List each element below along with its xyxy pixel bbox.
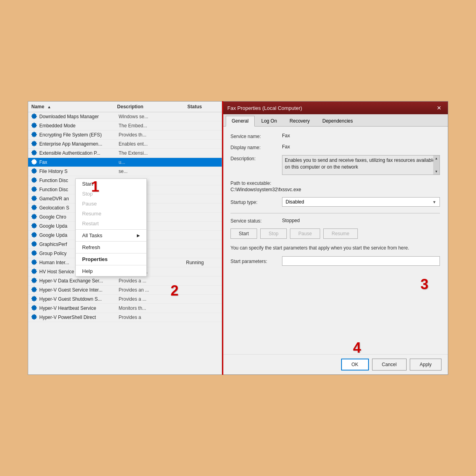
service-description: Provides a: [119, 315, 186, 320]
service-name: Encrypting File System (EFS): [39, 132, 119, 138]
info-text: You can specify the start parameters tha…: [230, 244, 440, 251]
description-label: Description:: [230, 155, 282, 161]
dialog-content: Service name: Fax Display name: Fax Desc…: [223, 127, 448, 354]
service-name: Hyper-V Heartbeat Service: [39, 305, 119, 311]
description-column-header: Description: [117, 104, 187, 109]
service-row[interactable]: Encrypting File System (EFS) Provides th…: [28, 131, 222, 140]
tab-recovery[interactable]: Recovery: [284, 116, 316, 126]
service-name-row: Service name: Fax: [230, 133, 440, 139]
service-row[interactable]: File History S se...: [28, 167, 222, 176]
gear-icon: [31, 186, 38, 193]
context-menu-item-start[interactable]: Start: [76, 179, 146, 189]
divider: [230, 213, 440, 213]
gear-icon: [31, 150, 38, 156]
service-control-buttons: Start Stop Pause Resume: [230, 228, 440, 239]
path-label: Path to executable:: [230, 180, 282, 186]
service-status-label: Service status:: [230, 217, 282, 224]
service-description: Monitors th...: [119, 305, 186, 311]
gear-icon: [31, 305, 38, 311]
service-row[interactable]: Hyper-V Data Exchange Ser... Provides a …: [28, 276, 222, 286]
screenshot-container: Name ▲ Description Status Downloaded Map…: [28, 101, 448, 375]
gear-icon: [31, 278, 38, 284]
startup-type-row: Startup type: Disabled ▼: [230, 197, 440, 207]
gear-icon: [31, 296, 38, 302]
startup-type-select[interactable]: Disabled ▼: [282, 197, 440, 207]
service-name: Embedded Mode: [39, 123, 119, 129]
gear-icon: [31, 314, 38, 321]
gear-icon: [31, 287, 38, 293]
service-description: The Extensi...: [119, 150, 186, 156]
gear-icon: [31, 113, 38, 120]
gear-icon: [31, 214, 38, 220]
context-menu-divider: [76, 253, 146, 253]
service-description: se...: [119, 169, 186, 174]
service-description: Provides th...: [119, 132, 186, 138]
service-row[interactable]: Downloaded Maps Manager Windows se...: [28, 112, 222, 121]
gear-icon: [31, 168, 38, 175]
panel-divider: [222, 101, 223, 375]
gear-icon: [31, 196, 38, 202]
properties-dialog: Fax Properties (Local Computer) ✕ Genera…: [222, 101, 448, 375]
select-dropdown-arrow: ▼: [432, 200, 436, 204]
service-row[interactable]: Fax u...: [28, 158, 222, 167]
service-row[interactable]: Extensible Authentication P... The Exten…: [28, 149, 222, 158]
tab-log-on[interactable]: Log On: [255, 116, 283, 126]
context-menu-item-properties[interactable]: Properties: [76, 254, 146, 264]
service-description: The Embed...: [119, 123, 186, 129]
tab-dependencies[interactable]: Dependencies: [317, 116, 359, 126]
service-status-value: Stopped: [282, 218, 300, 223]
ok-button[interactable]: OK: [341, 359, 369, 370]
step3-badge: 3: [420, 277, 428, 292]
description-value: Enables you to send and receive faxes, u…: [282, 155, 440, 175]
service-row[interactable]: Hyper-V Heartbeat Service Monitors th...: [28, 304, 222, 313]
service-row[interactable]: Hyper-V PowerShell Direct Provides a: [28, 313, 222, 322]
resume-service-button[interactable]: Resume: [323, 228, 358, 239]
gear-icon: [31, 123, 38, 129]
service-name: Enterprise App Managemen...: [39, 141, 119, 147]
pause-service-button[interactable]: Pause: [290, 228, 320, 239]
service-row[interactable]: Hyper-V Guest Service Inter... Provides …: [28, 286, 222, 295]
service-name-value: Fax: [282, 133, 290, 138]
service-row[interactable]: Embedded Mode The Embed...: [28, 121, 222, 131]
cancel-button[interactable]: Cancel: [372, 359, 407, 370]
context-menu-item-restart: Restart: [76, 219, 146, 228]
gear-icon: [31, 205, 38, 211]
services-table-header: Name ▲ Description Status: [28, 102, 222, 112]
start-params-row: Start parameters:: [230, 256, 440, 266]
service-row[interactable]: Hyper-V Guest Shutdown S... Provides a .…: [28, 295, 222, 304]
startup-type-label: Startup type:: [230, 199, 282, 205]
gear-icon: [31, 259, 38, 266]
path-row: Path to executable: C:\Windows\system32\…: [230, 180, 440, 192]
start-params-input[interactable]: [282, 256, 440, 266]
service-row[interactable]: Enterprise App Managemen... Enables ent.…: [28, 140, 222, 149]
service-name: Hyper-V Guest Service Inter...: [39, 287, 119, 293]
service-description: u...: [119, 159, 186, 165]
service-name: Downloaded Maps Manager: [39, 114, 119, 119]
service-name: Hyper-V Guest Shutdown S...: [39, 296, 119, 302]
display-name-label: Display name:: [230, 144, 282, 150]
dialog-footer: OK Cancel Apply: [223, 354, 448, 374]
display-name-value: Fax: [282, 144, 290, 150]
dialog-title: Fax Properties (Local Computer): [227, 105, 302, 111]
context-menu-item-help[interactable]: Help: [76, 266, 146, 276]
tab-general[interactable]: General: [226, 116, 255, 127]
dialog-tabs: GeneralLog OnRecoveryDependencies: [223, 114, 448, 127]
service-name: Hyper-V PowerShell Direct: [39, 315, 119, 320]
context-menu-item-all-tasks[interactable]: All Tasks▶: [76, 230, 146, 240]
context-menu-item-resume: Resume: [76, 209, 146, 219]
context-menu-item-refresh[interactable]: Refresh: [76, 242, 146, 252]
gear-icon: [31, 269, 38, 275]
start-service-button[interactable]: Start: [230, 228, 257, 239]
step2-badge: 2: [171, 284, 178, 298]
service-name: Hyper-V Data Exchange Ser...: [39, 278, 119, 284]
close-button[interactable]: ✕: [435, 105, 443, 111]
gear-icon: [31, 223, 38, 229]
apply-button[interactable]: Apply: [410, 359, 441, 370]
step4-badge: 4: [353, 341, 361, 355]
gear-icon: [31, 250, 38, 257]
gear-icon: [31, 159, 38, 165]
stop-service-button[interactable]: Stop: [260, 228, 287, 239]
service-name: Extensible Authentication P...: [39, 150, 119, 156]
gear-icon: [31, 132, 38, 138]
dialog-titlebar: Fax Properties (Local Computer) ✕: [223, 102, 448, 114]
